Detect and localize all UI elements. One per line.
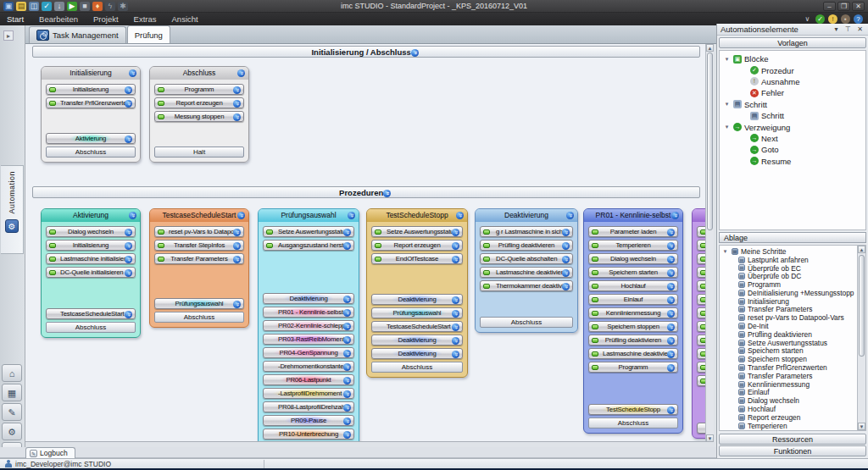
menu-bearbeiten[interactable]: Bearbeiten: [31, 13, 86, 25]
chevron-down-icon[interactable]: »: [667, 256, 675, 263]
step-button-ausgangszustand-herstellen[interactable]: Ausgangszustand herstellen»: [263, 240, 354, 251]
ablage-header[interactable]: Ablage: [719, 232, 866, 243]
chevron-down-icon[interactable]: »: [233, 86, 241, 94]
step-button-parameter-laden[interactable]: Parameter laden»: [588, 226, 678, 237]
step-button-dc-quelle-initialisieren[interactable]: DC-Quelle initialisieren»: [46, 267, 136, 278]
tree-node-schritt[interactable]: ▾▤Schritt: [720, 99, 865, 110]
block-testcaseschedulestart[interactable]: TestcaseScheduleStart»reset pv-Vars to D…: [149, 208, 249, 328]
tree-node-report-erzeugen[interactable]: ▤Report erzeugen: [720, 413, 857, 422]
tree-node-einlauf[interactable]: ▤Einlauf: [720, 389, 857, 397]
step-button-einlauf[interactable]: Einlauf»: [588, 294, 678, 305]
step-button-g-r-lastmaschine-in-sicheren-zu[interactable]: g r Lastmaschine in sicheren Zu»: [480, 226, 573, 237]
step-button-dialog-wechseln[interactable]: Dialog wechseln»: [588, 253, 678, 264]
step-button-speichern-stoppen[interactable]: Speichern stoppen»: [588, 321, 678, 332]
open-folder-icon[interactable]: ▤: [16, 2, 26, 11]
step-button-testcaseschedulestart[interactable]: TestcaseScheduleStart»: [371, 321, 463, 332]
menu-start[interactable]: Start: [0, 13, 31, 25]
chevron-down-icon[interactable]: »: [667, 406, 675, 414]
step-button-programm[interactable]: Programm»: [588, 362, 678, 373]
tree-node-überprüfe-ob-dc[interactable]: ▤Überprüfe ob DC: [720, 272, 857, 280]
minimize-button[interactable]: –: [823, 2, 836, 11]
step-button-thermokammer-deaktivieren[interactable]: Thermokammer deaktivieren»: [480, 280, 573, 291]
chevron-down-icon[interactable]: »: [667, 242, 675, 250]
chevron-down-icon[interactable]: »: [566, 212, 574, 219]
block-header[interactable]: Abschluss»: [150, 67, 248, 80]
block-footer[interactable]: Halt: [154, 147, 244, 158]
chevron-down-icon[interactable]: »: [343, 296, 351, 303]
block-header[interactable]: TestScheduleStopp»: [367, 209, 467, 222]
lightning-icon[interactable]: ϟ: [105, 2, 115, 11]
step-button-pr02-kennlinie-schlepp[interactable]: PR02-Kennlinie-schlepp»: [263, 320, 354, 331]
tree-node-next[interactable]: →Next: [720, 133, 865, 144]
section-header-prozeduren[interactable]: Prozeduren »: [32, 186, 700, 198]
chevron-down-icon[interactable]: »: [456, 212, 464, 219]
chevron-down-icon[interactable]: »: [343, 404, 351, 412]
chevron-down-icon[interactable]: »: [237, 212, 245, 219]
step-button-lastmaschine-deaktivieren[interactable]: Lastmaschine deaktivieren»: [588, 348, 678, 359]
chevron-down-icon[interactable]: »: [671, 212, 679, 219]
block-footer[interactable]: Abschluss: [371, 362, 463, 373]
step-button-report-erzeugen[interactable]: Report erzeugen»: [371, 240, 463, 251]
chevron-down-icon[interactable]: »: [125, 229, 132, 236]
tab-logbuch[interactable]: ✎ Logbuch: [25, 447, 75, 458]
step-button-endoftestcase[interactable]: EndOfTestcase»: [371, 253, 463, 264]
run-icon[interactable]: ▶: [67, 2, 77, 11]
step-button-setze-auswertungsstatus[interactable]: Setze Auswertungsstatus»: [371, 226, 463, 237]
ressourcen-button[interactable]: Ressourcen: [719, 434, 866, 445]
chevron-down-icon[interactable]: »: [125, 242, 132, 250]
chevron-down-icon[interactable]: »: [452, 256, 459, 263]
block-footer[interactable]: Abschluss: [46, 147, 136, 158]
chevron-down-icon[interactable]: »: [452, 242, 459, 250]
tree-node-transfer-parameters[interactable]: ▤Transfer Parameters: [720, 372, 857, 380]
collapse-chevron-icon[interactable]: »: [383, 190, 391, 197]
chevron-down-icon[interactable]: »: [125, 86, 132, 94]
step-button-transfer-parameters[interactable]: Transfer Parameters»: [154, 253, 244, 264]
chevron-down-icon[interactable]: »: [343, 350, 351, 357]
tree-node-deinitialisierung-messungsstopp[interactable]: ▤DeInitialisierung +Messungsstopp: [720, 289, 857, 297]
check-icon[interactable]: ✓: [42, 2, 52, 11]
step-button-pr01-kennlinie-selbst[interactable]: PR01 - Kennlinie-selbst»: [263, 307, 354, 318]
chevron-down-icon[interactable]: »: [125, 269, 132, 277]
chevron-down-icon[interactable]: »: [129, 212, 136, 219]
block-header[interactable]: Deaktivierung»: [476, 209, 577, 222]
strip-collapse-button[interactable]: ▸: [3, 30, 14, 41]
block-prüfungsauswahl[interactable]: Prüfungsauswahl»Setze Auswertungsstatus»…: [258, 208, 359, 442]
tree-node-transfer-prflgrenzwerten[interactable]: ▤Transfer PrflGrenzwerten: [720, 363, 857, 372]
stop-icon[interactable]: ■: [80, 2, 90, 11]
block-aktivierung[interactable]: Aktivierung»Dialog wechseln»Initialisier…: [41, 208, 141, 338]
section-header-initialisierung-abschluss[interactable]: Initialisierung / Abschluss »: [32, 46, 700, 58]
step-button-reset-pv-vars-to-datapool-vars[interactable]: reset pv-Vars to Datapool-Vars»: [154, 226, 244, 237]
chevron-down-icon[interactable]: »: [667, 283, 675, 290]
tree-node-programm[interactable]: ▤Programm: [720, 280, 857, 289]
settings-icon[interactable]: ✱: [118, 2, 128, 11]
step-button-pr09-pause[interactable]: PR09-Pause»: [263, 415, 354, 426]
help-icon[interactable]: ?: [854, 14, 863, 24]
chevron-down-icon[interactable]: »: [237, 69, 245, 77]
expander-icon[interactable]: ▾: [723, 124, 731, 130]
tree-node-prüfling-deaktivieren[interactable]: ▤Prüfling deaktivieren: [720, 330, 857, 339]
menu-extras[interactable]: Extras: [126, 13, 164, 25]
import-icon[interactable]: ↓: [54, 2, 64, 11]
tree-node-transfer-parameters[interactable]: ▤Transfer Parameters: [720, 306, 857, 314]
chevron-down-icon[interactable]: »: [667, 323, 675, 331]
step-button-transfer-prflgrenzwerten[interactable]: Transfer PrflGrenzwerten»: [46, 97, 136, 108]
chevron-down-icon[interactable]: »: [233, 242, 241, 250]
tree-node-resume[interactable]: →Resume: [720, 156, 865, 167]
step-button-testcaseschedulestart[interactable]: TestcaseScheduleStart»: [46, 308, 136, 319]
tree-node-reset-pv-vars-to-datapool-vars[interactable]: ▤reset pv-Vars to Datapool-Vars: [720, 313, 857, 322]
chevron-down-icon[interactable]: »: [452, 229, 459, 236]
tree-node-meine-schritte[interactable]: ▾▤Meine Schritte: [720, 247, 857, 256]
step-button-speichern-starten[interactable]: Speichern starten»: [588, 267, 678, 278]
tab-pruefung[interactable]: Prüfung: [127, 25, 170, 43]
chevron-down-icon[interactable]: »: [125, 135, 132, 143]
warning-icon[interactable]: !: [828, 14, 837, 24]
chevron-down-icon[interactable]: »: [452, 296, 459, 304]
step-button-initialisierung[interactable]: Initialisierung»: [46, 84, 136, 95]
step-button-lastmaschine-deaktivieren[interactable]: Lastmaschine deaktivieren»: [480, 267, 573, 278]
block-footer[interactable]: Abschluss: [154, 312, 244, 323]
chevron-down-icon[interactable]: »: [125, 100, 132, 108]
restore-button[interactable]: ❐: [837, 2, 850, 11]
tree-node-setze-auswertungsstatus[interactable]: ▤Setze Auswertungsstatus: [720, 339, 857, 347]
chevron-down-icon[interactable]: »: [667, 296, 675, 304]
panel-icon[interactable]: ▦: [2, 384, 22, 401]
